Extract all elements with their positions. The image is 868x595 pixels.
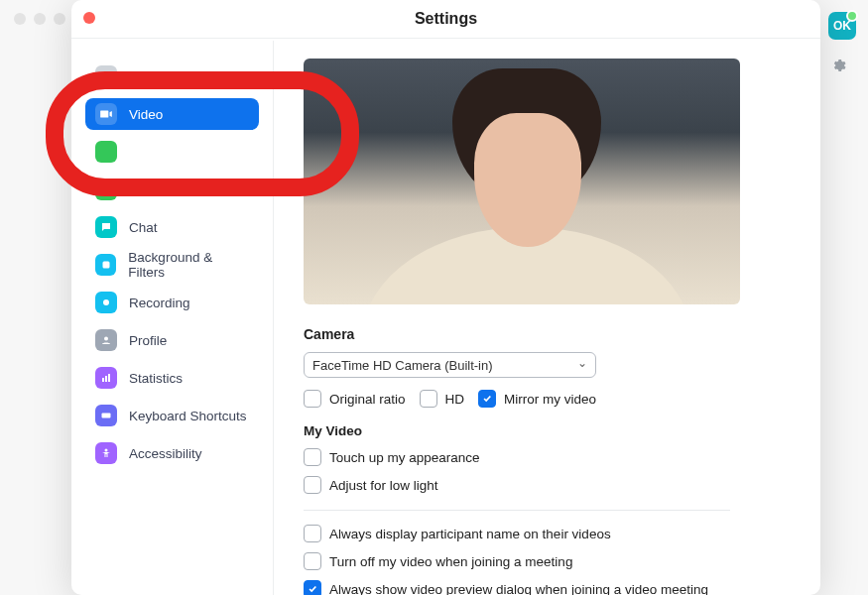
sidebar-item-label: Video [129,107,163,122]
svg-rect-7 [102,414,111,418]
video-preview [304,59,740,304]
low-light-checkbox[interactable]: Adjust for low light [304,476,799,494]
mute-video-label: Turn off my video when joining a meeting [329,554,572,569]
chevron-down-icon: ⌄ [577,356,587,370]
accessibility-icon [95,442,117,464]
keyboard-icon [95,405,117,426]
sidebar-item-label: Background & Filters [128,250,249,280]
avatar[interactable]: OK [828,12,856,40]
sidebar-item-statistics[interactable]: Statistics [85,362,259,394]
show-name-checkbox[interactable]: Always display participant name on their… [304,525,799,542]
original-ratio-checkbox[interactable]: Original ratio [304,390,406,408]
modal-header: Settings [71,0,820,39]
preview-dialog-label: Always show video preview dialog when jo… [329,582,708,596]
sidebar-item-recording[interactable]: Recording [85,287,259,318]
background-icon [95,254,116,276]
record-icon [95,292,117,313]
close-icon[interactable] [83,12,95,24]
window-traffic-lights [14,12,73,28]
sidebar-item-label: Chat [129,220,158,235]
sidebar-item-keyboard-shortcuts[interactable]: Keyboard Shortcuts [85,400,259,431]
stats-icon [95,367,117,389]
svg-point-8 [105,449,108,452]
hd-label: HD [445,392,465,407]
sidebar-item-label: Recording [129,296,190,310]
camera-selected-value: FaceTime HD Camera (Built-in) [312,358,493,373]
my-video-section-title: My Video [304,423,799,438]
low-light-label: Adjust for low light [329,478,438,493]
sidebar-item-label: Profile [129,333,167,348]
sidebar-item-chat[interactable]: Chat [85,211,259,243]
touch-up-checkbox[interactable]: Touch up my appearance [304,448,799,466]
chat-icon [95,216,117,238]
sidebar-item-share-screen[interactable]: Share Screen [85,174,259,205]
svg-point-0 [102,72,111,81]
sidebar-item-label: General [129,69,177,84]
touch-up-label: Touch up my appearance [329,450,480,465]
svg-rect-6 [108,374,110,382]
settings-content: Camera FaceTime HD Camera (Built-in) ⌄ O… [274,41,820,595]
svg-rect-1 [102,262,109,269]
avatar-initials: OK [833,19,851,33]
sidebar-item-video[interactable]: Video [85,98,259,130]
preview-dialog-checkbox[interactable]: Always show video preview dialog when jo… [304,580,799,595]
sidebar-item-profile[interactable]: Profile [85,324,259,356]
mute-video-checkbox[interactable]: Turn off my video when joining a meeting [304,552,799,570]
settings-sidebar: General Video Share Screen [71,41,274,595]
sidebar-item-label: Statistics [129,371,183,386]
modal-title: Settings [415,10,477,28]
settings-modal: Settings General Video [71,0,820,595]
original-ratio-label: Original ratio [329,392,406,407]
profile-icon [95,329,117,351]
show-name-label: Always display participant name on their… [329,527,611,541]
sidebar-item-hidden[interactable] [85,136,259,168]
mirror-label: Mirror my video [504,392,596,407]
sidebar-item-label: Keyboard Shortcuts [129,409,247,423]
divider [304,510,730,511]
camera-section-title: Camera [304,326,799,342]
sidebar-item-general[interactable]: General [85,60,259,92]
svg-point-3 [104,337,108,341]
hd-checkbox[interactable]: HD [420,390,465,408]
svg-rect-5 [105,376,107,382]
svg-rect-4 [102,378,104,382]
hidden-icon [95,141,117,163]
sidebar-item-label: Accessibility [129,446,202,461]
sidebar-item-accessibility[interactable]: Accessibility [85,437,259,469]
sidebar-item-label: Share Screen [129,182,211,197]
gear-small-icon [95,65,117,87]
gear-icon[interactable] [830,58,846,76]
video-icon [95,103,117,125]
share-screen-icon [95,178,117,200]
svg-point-2 [103,299,109,305]
mirror-checkbox[interactable]: Mirror my video [478,390,596,408]
sidebar-item-background-filters[interactable]: Background & Filters [85,249,259,281]
camera-select[interactable]: FaceTime HD Camera (Built-in) ⌄ [304,352,596,378]
